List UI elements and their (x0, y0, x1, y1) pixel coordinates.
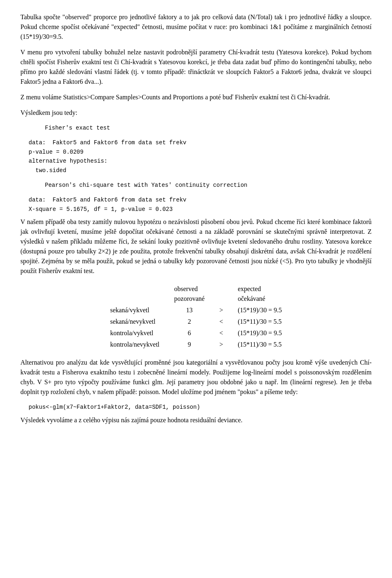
table-cell-label: kontrola/nevykvetl (103, 339, 167, 350)
code-fisher-title: Fisher's exact test (20, 123, 372, 132)
paragraph-7: Výsledek vyvoláme a z celého výpisu nás … (20, 415, 372, 425)
paragraph-5: V našem případě oba testy zamítly nulovo… (20, 217, 372, 276)
table-cell-label: sekaná/nevykvetl (103, 316, 167, 327)
contingency-table: observed pozorované expected očekávané s… (20, 283, 372, 350)
table-cell-cmp: < (212, 316, 230, 327)
paragraph-1: Tabulka spočte "observed" proporce pro j… (20, 12, 372, 42)
table-row: sekaná/vykvetl 13 > (15*19)/30 = 9.5 (103, 305, 290, 316)
table-header-row: observed pozorované expected očekávané (103, 283, 290, 305)
table-cell-cmp: > (212, 339, 230, 350)
table-cell-cmp: < (212, 327, 230, 339)
table-cell-cmp: > (212, 305, 230, 316)
table-col-label-header (103, 283, 167, 305)
table-cell-expected: (15*19)/30 = 9.5 (230, 327, 289, 339)
table-cell-observed: 2 (167, 316, 212, 327)
table-cell-observed: 13 (167, 305, 212, 316)
table-col-expected-header: expected očekávané (230, 283, 289, 305)
table-cell-expected: (15*11)/30 = 5.5 (230, 316, 289, 327)
table-col-cmp-header (212, 283, 230, 305)
code-fisher-results: data: Faktor5 and Faktor6 from data set … (20, 138, 372, 175)
code-pearson-title: Pearson's chi-square test with Yates' co… (20, 181, 372, 190)
table-cell-observed: 9 (167, 339, 212, 350)
code-glm: pokus<-glm(x7~Faktor1+Faktor2, data=SDF1… (20, 403, 372, 412)
table-col-observed-header: observed pozorované (167, 283, 212, 305)
table-cell-label: kontrola/vykvetl (103, 327, 167, 339)
table-cell-expected: (15*19)/30 = 9.5 (230, 305, 289, 316)
paragraph-3: Z menu voláme Statistics>Compare Samples… (20, 92, 372, 102)
paragraph-2: V menu pro vytvoření tabulky bohužel nel… (20, 47, 372, 87)
paragraph-4: Výsledkem jsou tedy: (20, 108, 372, 118)
table-row: kontrola/vykvetl 6 < (15*19)/30 = 9.5 (103, 327, 290, 339)
paragraph-6: Alternativou pro analýzu dat kde vysvětl… (20, 358, 372, 397)
table-row: sekaná/nevykvetl 2 < (15*11)/30 = 5.5 (103, 316, 290, 327)
table-row: kontrola/nevykvetl 9 > (15*11)/30 = 5.5 (103, 339, 290, 350)
table-cell-observed: 6 (167, 327, 212, 339)
table-cell-label: sekaná/vykvetl (103, 305, 167, 316)
code-pearson-results: data: Faktor5 and Faktor6 from data set … (20, 195, 372, 214)
table-cell-expected: (15*11)/30 = 5.5 (230, 339, 289, 350)
